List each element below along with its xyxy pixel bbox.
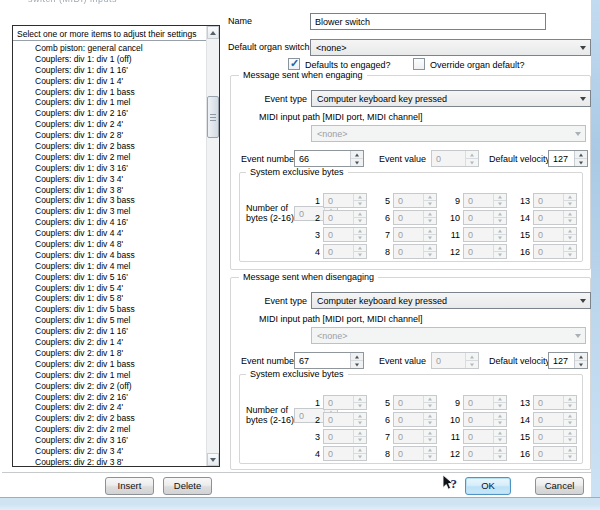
sysex-byte-index: 1	[306, 398, 320, 408]
sysex-byte-cell: 9 0	[446, 395, 507, 410]
disengaging-default-velocity-spinner[interactable]: 127	[548, 352, 588, 369]
sysex-byte-cell: 7 0	[376, 429, 437, 444]
spin-down-icon	[564, 252, 576, 258]
list-item[interactable]: Couplers: div 1: div 5 4'	[13, 283, 206, 294]
sysex-byte-cell: 2 0	[306, 412, 367, 427]
disengaging-event-type-combo[interactable]: Computer keyboard key pressed	[311, 292, 591, 309]
sysex-byte-value: 0	[464, 245, 493, 258]
sysex-byte-value: 0	[394, 228, 423, 241]
sysex-byte-spinner: 0	[463, 446, 507, 461]
name-input[interactable]	[310, 13, 546, 30]
list-item[interactable]: Couplers: div 1: div 5 8'	[13, 293, 206, 304]
spin-up-icon[interactable]	[351, 353, 363, 361]
sysex-byte-value: 0	[324, 194, 353, 207]
list-item[interactable]: Couplers: div 1: div 3 16'	[13, 163, 206, 174]
engaging-event-type-combo[interactable]: Computer keyboard key pressed	[311, 90, 591, 107]
spin-up-icon[interactable]	[351, 151, 363, 159]
cancel-button[interactable]: Cancel	[535, 477, 584, 495]
items-listbox[interactable]: Select one or more items to adjust their…	[12, 25, 220, 467]
list-item[interactable]: Couplers: div 1: div 2 4'	[13, 119, 206, 130]
list-item[interactable]: Couplers: div 1: div 1 (off)	[13, 54, 206, 65]
list-item[interactable]: Couplers: div 2: div 2 bass	[13, 413, 206, 424]
whats-this-cursor-icon: ?	[441, 474, 459, 493]
sysex-byte-cell: 11 0	[446, 227, 507, 242]
chevron-down-icon	[570, 330, 585, 341]
sysex-byte-cell: 1 0	[306, 395, 367, 410]
list-item[interactable]: Couplers: div 1: div 5 mel	[13, 315, 206, 326]
spin-up-icon	[494, 396, 506, 403]
scroll-up-icon[interactable]	[207, 26, 219, 39]
list-item[interactable]: Couplers: div 2: div 1 16'	[13, 326, 206, 337]
list-item[interactable]: Couplers: div 1: div 3 mel	[13, 206, 206, 217]
spin-down-icon[interactable]	[351, 159, 363, 166]
sysex-byte-index: 3	[306, 432, 320, 442]
list-item[interactable]: Couplers: div 2: div 3 8'	[13, 457, 206, 466]
sysex-byte-index: 1	[306, 196, 320, 206]
list-item[interactable]: Couplers: div 2: div 1 8'	[13, 348, 206, 359]
list-item[interactable]: Couplers: div 2: div 3 16'	[13, 435, 206, 446]
sysex-byte-cell: 2 0	[306, 210, 367, 225]
spin-down-icon[interactable]	[575, 159, 587, 166]
list-item[interactable]: Couplers: div 1: div 1 bass	[13, 87, 206, 98]
engaging-default-velocity-value: 127	[549, 151, 574, 166]
sysex-byte-spinner: 0	[463, 412, 507, 427]
spin-up-icon	[494, 430, 506, 437]
spin-up-icon	[354, 447, 366, 454]
default-velocity-label: Default velocity	[489, 356, 550, 366]
sysex-byte-cell: 15 0	[516, 429, 577, 444]
spin-down-icon	[354, 235, 366, 241]
spin-up-icon[interactable]	[575, 151, 587, 159]
list-item[interactable]: Couplers: div 1: div 3 bass	[13, 195, 206, 206]
engaging-midi-path-combo: <none>	[311, 125, 586, 142]
spin-up-icon[interactable]	[575, 353, 587, 361]
spin-up-icon	[494, 413, 506, 420]
window-edge-right	[591, 0, 600, 510]
sysex-group-title: System exclusive bytes	[246, 369, 348, 379]
engaging-event-number-spinner[interactable]: 66	[294, 150, 364, 167]
ok-button[interactable]: OK	[465, 477, 511, 495]
list-item[interactable]: Couplers: div 2: div 2 (off)	[13, 381, 206, 392]
sysex-byte-spinner: 0	[323, 395, 367, 410]
default-organ-switch-combo[interactable]: <none>	[310, 39, 591, 56]
list-item[interactable]: Couplers: div 1: div 5 bass	[13, 304, 206, 315]
list-item[interactable]: Couplers: div 2: div 1 mel	[13, 370, 206, 381]
list-item[interactable]: Couplers: div 1: div 4 bass	[13, 250, 206, 261]
engaging-default-velocity-spinner[interactable]: 127	[548, 150, 588, 167]
override-default-checkbox[interactable]	[413, 58, 425, 70]
list-item[interactable]: Couplers: div 1: div 2 8'	[13, 130, 206, 141]
list-item[interactable]: Couplers: div 2: div 3 4'	[13, 446, 206, 457]
list-item[interactable]: Couplers: div 2: div 2 16'	[13, 392, 206, 403]
spin-down-icon[interactable]	[351, 361, 363, 368]
list-item[interactable]: Couplers: div 2: div 2 4'	[13, 402, 206, 413]
defaults-engaged-checkbox[interactable]	[288, 58, 300, 70]
list-item[interactable]: Couplers: div 2: div 2 mel	[13, 424, 206, 435]
list-item[interactable]: Couplers: div 1: div 3 4'	[13, 174, 206, 185]
sysex-byte-index: 12	[446, 247, 460, 257]
list-item[interactable]: Couplers: div 1: div 4 mel	[13, 261, 206, 272]
list-scrollbar[interactable]	[206, 26, 219, 466]
disengaging-group-title: Message sent when disengaging	[239, 272, 378, 282]
list-item[interactable]: Couplers: div 1: div 4 4'	[13, 228, 206, 239]
spin-up-icon	[494, 194, 506, 201]
list-item[interactable]: Couplers: div 2: div 1 bass	[13, 359, 206, 370]
list-item[interactable]: Couplers: div 2: div 1 4'	[13, 337, 206, 348]
list-item[interactable]: Couplers: div 1: div 2 bass	[13, 141, 206, 152]
disengaging-event-number-spinner[interactable]: 67	[294, 352, 364, 369]
list-item[interactable]: Couplers: div 1: div 1 mel	[13, 97, 206, 108]
list-item[interactable]: Couplers: div 1: div 1 16'	[13, 65, 206, 76]
spin-down-icon	[494, 420, 506, 426]
list-item[interactable]: Couplers: div 1: div 1 4'	[13, 76, 206, 87]
spin-down-icon	[424, 454, 436, 460]
list-item[interactable]: Couplers: div 1: div 2 mel	[13, 152, 206, 163]
list-item[interactable]: Couplers: div 1: div 4 16'	[13, 217, 206, 228]
list-item[interactable]: Couplers: div 1: div 4 8'	[13, 239, 206, 250]
scroll-thumb[interactable]	[207, 96, 219, 138]
delete-button[interactable]: Delete	[163, 477, 212, 495]
list-item[interactable]: Comb piston: general cancel	[13, 43, 206, 54]
spin-down-icon[interactable]	[575, 361, 587, 368]
list-item[interactable]: Couplers: div 1: div 5 16'	[13, 272, 206, 283]
insert-button[interactable]: Insert	[105, 477, 154, 495]
list-item[interactable]: Couplers: div 1: div 3 8'	[13, 185, 206, 196]
list-item[interactable]: Couplers: div 1: div 2 16'	[13, 108, 206, 119]
scroll-down-icon[interactable]	[207, 453, 219, 466]
